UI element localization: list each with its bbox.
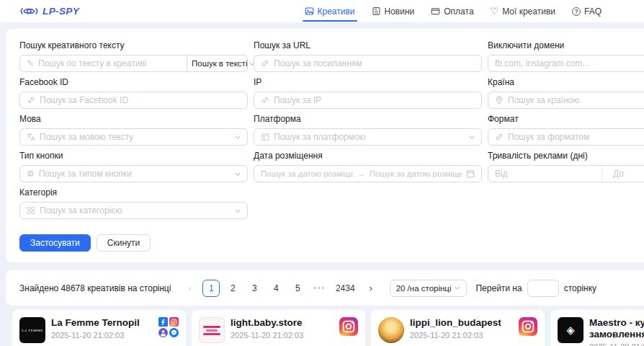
results-bar: Знайдено 48678 креативів на сторінці ‹ 1… <box>6 270 644 306</box>
profile-icon[interactable] <box>158 328 168 337</box>
filter-creative-text: Пошук креативного тексту ✎ Пошук в текст… <box>19 40 248 72</box>
filter-format: Формат <box>488 114 644 146</box>
platform-grid-icon <box>261 133 269 141</box>
messenger-icon[interactable] <box>169 328 179 337</box>
logo[interactable]: LP-SPY <box>20 6 79 17</box>
exclude-domains-input[interactable] <box>495 58 644 68</box>
nav-tab-payment[interactable]: Оплата <box>431 0 473 22</box>
filter-country: Країна <box>488 77 644 109</box>
nav-tab-creatives[interactable]: Креативи <box>305 0 355 22</box>
page-button-2[interactable]: 2 <box>224 280 241 297</box>
avatar-text: LA FEMME <box>22 329 43 332</box>
chevron-down-icon <box>455 286 460 290</box>
field-label: Формат <box>488 114 644 124</box>
creative-card[interactable]: light.baby.store 2025-11-20 21:02:03 3 d… <box>192 310 365 346</box>
creative-card[interactable]: lippi_lion_budapest 2025-11-20 21:02:03 … <box>371 310 545 346</box>
card-title[interactable]: light.baby.store <box>231 317 334 329</box>
facebook-icon[interactable] <box>158 317 168 327</box>
category-select[interactable] <box>19 202 248 219</box>
logo-text: LP-SPY <box>43 6 79 17</box>
main-nav: Креативи Новини Оплата ♡ Мої креативи ? … <box>305 0 602 22</box>
chevron-down-icon <box>235 172 241 176</box>
category-grid-icon <box>27 206 35 215</box>
button-type-select[interactable]: ⚙ <box>19 165 248 182</box>
platform-select[interactable] <box>254 128 482 146</box>
filter-exclude-domains: Виключити домени <box>488 40 644 72</box>
page-button-3[interactable]: 3 <box>246 280 263 297</box>
nav-tab-faq[interactable]: ? FAQ <box>572 0 601 22</box>
card-title[interactable]: Maestro - кухні, ме замовлення в Ужг <box>589 317 644 340</box>
country-input[interactable] <box>508 95 644 105</box>
url-input[interactable] <box>274 58 475 68</box>
page-button-4[interactable]: 4 <box>267 280 285 297</box>
nav-label: FAQ <box>584 6 601 17</box>
field-label: Виключити домени <box>488 40 644 50</box>
page-button-last[interactable]: 2434 <box>333 280 358 297</box>
platform-icons <box>158 317 179 337</box>
reset-button[interactable]: Скинути <box>97 234 151 252</box>
filter-duration: Тривалість реклами (дні) <box>488 151 644 182</box>
creative-card[interactable]: LA FEMME La Femme Ternopil 2025-11-20 21… <box>12 310 186 346</box>
date-from-input[interactable] <box>261 169 353 178</box>
category-input[interactable] <box>40 205 231 216</box>
nav-label: Новини <box>385 6 415 17</box>
instagram-icon[interactable] <box>169 317 179 327</box>
field-label: Дата розміщення <box>254 151 482 161</box>
creative-card[interactable]: ◈ Maestro - кухні, ме замовлення в Ужг 2… <box>550 310 644 346</box>
page-size-select[interactable]: 20 /на сторінці <box>390 280 468 297</box>
filter-panel: Пошук креативного тексту ✎ Пошук в текст… <box>6 29 644 262</box>
card-date: 2025-11-20 21:02:03 <box>410 331 513 340</box>
goto-page: Перейти на сторінку <box>475 280 596 297</box>
nav-tab-my-creatives[interactable]: ♡ Мої креативи <box>491 0 555 22</box>
calendar-icon <box>466 169 475 178</box>
page-button-5[interactable]: 5 <box>289 280 306 297</box>
translate-icon <box>27 133 35 141</box>
card-title[interactable]: La Femme Ternopil <box>51 317 153 329</box>
card-date: 2025-11-20 21:02:03 <box>51 331 153 340</box>
platform-input[interactable] <box>274 132 465 142</box>
ip-input[interactable] <box>274 95 475 105</box>
link-icon <box>495 133 504 141</box>
pagination: ‹ 1 2 3 4 5 ••• 2434 › <box>181 280 379 297</box>
top-header: LP-SPY Креативи Новини Оплата ♡ Мої креа… <box>0 0 644 22</box>
format-input[interactable] <box>508 132 644 142</box>
card-date: 2025-11-20 21:02:03 <box>231 331 334 340</box>
next-page-button[interactable]: › <box>362 280 380 297</box>
goto-page-input[interactable] <box>527 280 559 297</box>
instagram-icon[interactable] <box>519 317 537 336</box>
card-title[interactable]: lippi_lion_budapest <box>410 317 513 329</box>
filter-category: Категорія <box>19 187 248 219</box>
date-range-picker[interactable]: → <box>254 165 482 182</box>
goto-suffix-label: сторінку <box>564 283 596 293</box>
avatar <box>378 317 404 343</box>
avatar: LA FEMME <box>19 317 45 343</box>
link-icon <box>27 96 35 105</box>
instagram-icon[interactable] <box>339 317 358 336</box>
arrow-right-icon: → <box>357 169 365 178</box>
prev-page-button[interactable]: ‹ <box>181 280 198 297</box>
field-label: Facebook ID <box>19 77 248 87</box>
date-to-input[interactable] <box>370 169 462 178</box>
duration-to-input[interactable] <box>607 166 644 182</box>
filter-placement-date: Дата розміщення → <box>254 151 482 182</box>
facebook-id-input[interactable] <box>40 95 241 105</box>
duration-from-input[interactable] <box>488 166 597 182</box>
apply-button[interactable]: Застосувати <box>19 234 91 252</box>
language-input[interactable] <box>40 132 231 142</box>
filter-facebook-id: Facebook ID <box>19 77 248 109</box>
nav-tab-news[interactable]: Новини <box>372 0 415 22</box>
field-label: Платформа <box>254 114 482 124</box>
text-search-mode-select[interactable]: Пошук в тексті <box>187 55 248 72</box>
heart-icon: ♡ <box>491 6 499 16</box>
creative-text-input[interactable] <box>38 58 180 68</box>
field-label: Пошук креативного тексту <box>19 40 248 50</box>
mode-select-value: Пошук в тексті <box>192 59 247 68</box>
button-type-input[interactable] <box>39 169 231 179</box>
format-select[interactable] <box>488 128 644 146</box>
question-icon: ? <box>572 7 581 16</box>
nav-label: Креативи <box>318 6 355 17</box>
pagination-ellipsis[interactable]: ••• <box>310 280 328 297</box>
page-button-1[interactable]: 1 <box>202 280 220 297</box>
language-select[interactable] <box>19 128 248 146</box>
nav-label: Мої креативи <box>502 6 555 17</box>
